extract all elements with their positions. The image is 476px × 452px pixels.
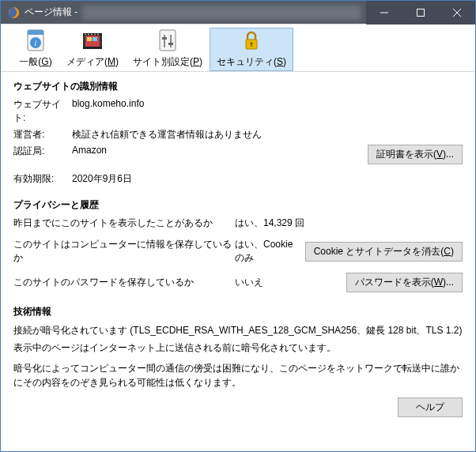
window-title: ページ情報 -: [25, 6, 77, 19]
window-controls: [366, 1, 475, 24]
ca-value: Amazon: [72, 145, 368, 156]
storage-answer: はい、Cookie のみ: [235, 238, 305, 265]
svg-rect-23: [162, 37, 167, 40]
svg-rect-27: [251, 43, 252, 47]
svg-rect-6: [28, 30, 43, 35]
maximize-button[interactable]: [402, 1, 439, 24]
tab-general-label: 一般(G): [19, 55, 51, 69]
svg-rect-24: [168, 43, 173, 45]
info-page-icon: i: [23, 28, 48, 54]
view-certificate-button[interactable]: 証明書を表示(V)...: [368, 145, 463, 164]
svg-text:i: i: [35, 39, 37, 47]
tab-permissions[interactable]: サイト別設定(P): [126, 28, 210, 71]
tab-general[interactable]: i 一般(G): [12, 28, 59, 71]
toolbar: i 一般(G) メディア(M) サイト別設定(P) セキュリティ(S): [1, 24, 475, 72]
privacy-heading: プライバシーと履歴: [13, 198, 463, 212]
svg-rect-12: [93, 37, 97, 41]
storage-question: このサイトはコンピューターに情報を保存しているか: [13, 238, 235, 265]
expiry-label: 有効期限:: [13, 172, 72, 186]
website-label: ウェブサイト:: [13, 98, 72, 125]
sliders-icon: [155, 28, 180, 54]
ca-label: 認証局:: [13, 145, 72, 158]
firefox-icon: [7, 6, 20, 19]
expiry-value: 2020年9月6日: [72, 172, 463, 186]
svg-point-19: [97, 34, 99, 36]
content-area: ウェブサイトの識別情報 ウェブサイト: blog.komeho.info 運営者…: [1, 72, 475, 431]
help-button[interactable]: ヘルプ: [398, 397, 463, 417]
privacy-section: プライバシーと履歴 昨日までにこのサイトを表示したことがあるか はい、14,32…: [13, 198, 463, 292]
titlebar: ページ情報 -: [1, 1, 475, 24]
history-question: 昨日までにこのサイトを表示したことがあるか: [13, 217, 235, 230]
owner-value: 検証され信頼できる運営者情報はありません: [72, 128, 463, 141]
tab-media[interactable]: メディア(M): [59, 28, 126, 71]
tech-heading: 技術情報: [13, 305, 463, 318]
owner-label: 運営者:: [13, 128, 72, 141]
svg-point-18: [94, 34, 96, 36]
tech-cipher: 接続が暗号化されています (TLS_ECDHE_RSA_WITH_AES_128…: [13, 323, 463, 337]
history-answer: はい、14,329 回: [235, 217, 463, 230]
svg-rect-11: [87, 37, 92, 41]
tech-encrypted: 表示中のページはインターネット上に送信される前に暗号化されています。: [13, 341, 463, 355]
svg-rect-2: [417, 9, 425, 17]
svg-rect-14: [83, 47, 102, 49]
svg-point-17: [91, 34, 93, 36]
close-button[interactable]: [439, 1, 475, 24]
minimize-button[interactable]: [366, 1, 402, 24]
tech-section: 技術情報 接続が暗号化されています (TLS_ECDHE_RSA_WITH_AE…: [13, 305, 463, 417]
filmstrip-icon: [80, 28, 105, 54]
password-question: このサイトのパスワードを保存しているか: [13, 276, 235, 289]
website-value: blog.komeho.info: [72, 98, 463, 109]
svg-rect-20: [160, 30, 176, 51]
lock-icon: [239, 28, 264, 54]
tab-security-label: セキュリティ(S): [217, 55, 286, 69]
clear-cookies-button[interactable]: Cookie とサイトデータを消去(C): [305, 242, 463, 262]
tab-security[interactable]: セキュリティ(S): [210, 28, 293, 71]
identity-heading: ウェブサイトの識別情報: [13, 80, 463, 93]
tab-media-label: メディア(M): [66, 55, 119, 69]
tab-permissions-label: サイト別設定(P): [133, 55, 202, 69]
identity-section: ウェブサイトの識別情報 ウェブサイト: blog.komeho.info 運営者…: [13, 80, 463, 186]
svg-point-15: [85, 34, 86, 36]
svg-point-16: [88, 34, 89, 36]
password-answer: いいえ: [235, 276, 346, 289]
title-url-blurred: [82, 6, 361, 20]
show-passwords-button[interactable]: パスワードを表示(W)...: [346, 273, 463, 292]
tech-explain: 暗号化によってコンピューター間の通信の傍受は困難になり、このページをネットワーク…: [13, 361, 463, 390]
